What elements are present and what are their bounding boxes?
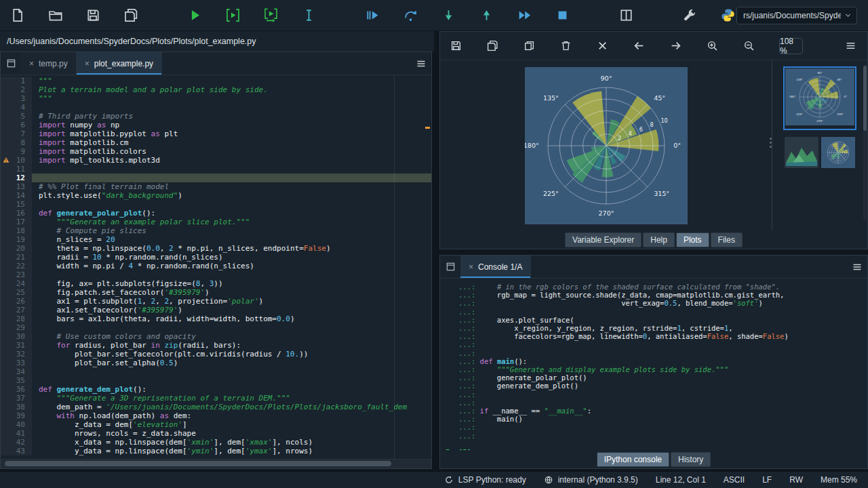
zoom-in-button[interactable] [703,37,721,55]
code-line: 19 n_slices = 20 [1,235,431,244]
step-over-button[interactable] [401,7,419,24]
continue-execution-button[interactable] [515,7,533,24]
pane-icon[interactable] [440,256,460,278]
editor-tabbar: × temp.py × plot_example.py [1,52,431,75]
pane-tab-help[interactable]: Help [643,232,675,247]
close-icon[interactable]: × [29,60,34,68]
pane-tab-plots[interactable]: Plots [676,232,709,247]
status-encoding: ASCII [724,475,745,485]
scrollbar-thumb[interactable] [863,66,867,131]
new-file-button[interactable] [8,7,26,24]
run-file-button[interactable] [186,7,203,24]
refresh-icon [444,475,454,485]
status-label: ASCII [724,475,745,485]
tab-console-1a[interactable]: × Console 1/A [460,256,531,278]
code-line: 20 theta = np.linspace(0.0, 2 * np.pi, n… [1,244,431,253]
code-area[interactable]: 1"""2Plot a terrain model and a polar pl… [1,75,431,459]
stop-debugging-button[interactable] [553,7,571,24]
zoom-in-icon [707,40,718,52]
status-readwrite: RW [789,475,803,485]
save-plot-button[interactable] [447,37,465,55]
previous-plot-button[interactable] [630,37,648,55]
menu-icon [845,40,856,52]
copy-plot-button[interactable] [520,37,538,55]
tab-plot-example-py[interactable]: × plot_example.py [77,52,162,75]
edge-line [394,75,395,459]
save-all-button[interactable] [122,7,140,24]
polar-plot-thumbnail: 0°45°90°135°180°225°270°315° [785,68,854,125]
interrupt-kernel-button[interactable] [801,258,818,276]
warning-flag-marker [425,127,430,129]
code-line: 36def generate_dem_plot(): [1,385,431,394]
pane-icon[interactable] [1,52,21,75]
code-line: 17 """Generate an example polar slice pl… [1,218,431,226]
save-all-plots-button[interactable] [484,37,501,55]
console-line: ...: if __name__ == "__main__": [446,407,867,415]
maximize-pane-button[interactable] [617,7,635,24]
remove-plot-button[interactable] [557,37,574,55]
thumbnail-polar-small[interactable] [821,137,855,171]
working-directory-combobox[interactable]: rs/juanis/Documents/SpyderDocs [736,7,857,24]
run-selection-button[interactable] [300,7,317,24]
debug-file-button[interactable] [363,7,381,24]
scrollbar-thumb[interactable] [5,461,391,466]
console-line: ...: """Generate and display example plo… [446,365,867,373]
current-plot: 0°45°90°135°180°225°270°315°246810 [440,60,772,230]
code-line: 26 ax1 = plt.subplot(1, 2, 2, projection… [1,297,431,306]
thumbnails-scrollbar[interactable] [863,64,867,220]
run-selection-icon [302,8,316,22]
editor-options-menu-button[interactable] [411,52,431,75]
code-line: 10import mpl_toolkits.mplot3d [1,156,431,165]
splitter-handle[interactable] [770,138,772,148]
console-line: ...: def main(): [446,357,867,365]
polar-plot-small-thumbnail [821,137,855,168]
editor-pane: × temp.py × plot_example.py 1"""2Plot a … [0,52,432,469]
console-tab-ipython-console[interactable]: IPython console [597,452,669,467]
run-cell-advance-button[interactable] [262,7,279,24]
chevron-down-icon[interactable] [844,11,852,20]
svg-text:135°: 135° [796,78,803,81]
console-line: ...: # in the rgb colors of the shaded s… [446,283,867,291]
status-label: RW [789,475,803,485]
status-label: LF [762,475,772,485]
status-label: Mem 55% [821,475,857,485]
tabbar-spacer [162,52,411,75]
svg-text:0°: 0° [844,95,848,98]
remove-variables-button[interactable] [828,258,846,276]
thumbnail-selected[interactable]: 0°45°90°135°180°225°270°315° [783,66,856,130]
pane-tab-files[interactable]: Files [711,232,743,247]
save-file-button[interactable] [84,7,102,24]
next-plot-button[interactable] [667,37,684,55]
tab-temp-py[interactable]: × temp.py [21,52,77,75]
step-out-button[interactable] [477,7,495,24]
pane-tab-variable-explorer[interactable]: Variable Explorer [565,232,642,247]
svg-text:270°: 270° [816,119,823,123]
close-icon[interactable]: × [469,263,473,271]
close-icon[interactable]: × [85,60,90,68]
console-line: ...: [446,308,867,316]
python-env-button[interactable] [719,7,736,24]
console-options-menu-button[interactable] [847,256,867,278]
zoom-out-button[interactable] [740,37,757,55]
file-path-breadcrumb: /Users/juanis/Documents/SpyderDocs/Plots… [0,31,434,52]
svg-text:135°: 135° [542,94,558,102]
run-cell-button[interactable] [224,7,241,24]
svg-text:8: 8 [650,122,653,128]
console-output[interactable]: ...: # in the rgb colors of the shaded s… [440,279,867,450]
horizontal-scrollbar[interactable] [1,459,431,468]
code-line: 6import numpy as np [1,121,431,129]
svg-text:225°: 225° [542,189,558,197]
open-file-button[interactable] [46,7,64,24]
console-line [446,440,867,448]
file-new-icon [10,8,24,22]
status-memory: Mem 55% [821,475,857,485]
thumbnail-terrain[interactable] [785,137,818,171]
remove-all-plots-button[interactable] [593,37,611,55]
preferences-button[interactable] [681,7,698,24]
console-line: ...: [446,349,867,357]
polar-plot: 0°45°90°135°180°225°270°315°246810 [525,67,688,224]
status-bar: LSP Python: readyinternal (Python 3.9.5)… [0,471,868,488]
plots-options-menu-button[interactable] [841,39,861,52]
console-tab-history[interactable]: History [671,452,711,467]
step-into-button[interactable] [439,7,457,24]
